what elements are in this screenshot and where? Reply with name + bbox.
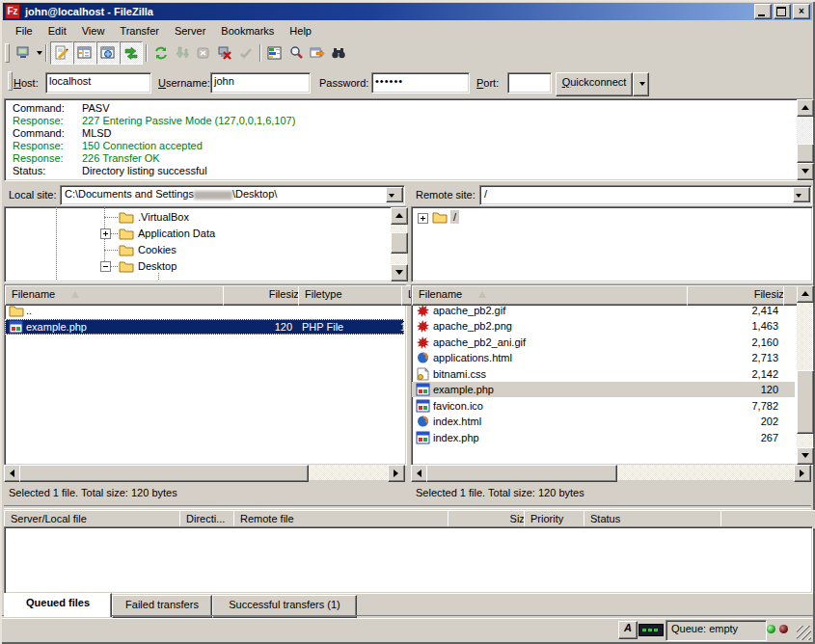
port-input[interactable] [507,72,552,94]
remote-file-list[interactable]: Filename Filesize apache_pb2.gif 2,414 a… [411,284,813,466]
local-path-prefix: C:\Documents and Settings [65,188,194,200]
scroll-down-button[interactable] [391,264,408,282]
resize-grip[interactable] [797,626,811,640]
quickconnect-button[interactable]: Quickconnect [556,72,633,96]
refresh-button[interactable] [150,42,172,64]
toolbar-separator [259,44,261,62]
column-label: Filename [419,288,462,300]
log-scrollbar[interactable] [797,99,812,178]
scroll-down-button[interactable] [797,447,814,465]
remote-site-label: Remote site: [416,189,475,201]
remote-site-combobox[interactable]: / [479,185,812,205]
toggle-message-log-button[interactable] [50,41,73,65]
local-file-row[interactable]: .. [5,303,404,318]
scroll-down-button[interactable] [797,163,814,180]
scrollbar-thumb[interactable] [426,465,617,482]
menu-help[interactable]: Help [282,23,319,39]
site-manager-button[interactable] [13,42,34,64]
redacted-username [194,191,232,200]
menu-edit[interactable]: Edit [41,23,74,39]
remote-file-row[interactable]: bitnami.css 2,142 [412,366,795,382]
username-input[interactable]: john [210,72,311,94]
find-files-button[interactable] [328,42,349,64]
site-manager-dropdown-icon[interactable] [37,51,42,55]
reconnect-button[interactable] [235,42,257,64]
quickconnect-dropdown-button[interactable] [633,72,649,96]
scrollbar-thumb[interactable] [391,232,408,254]
tab-queued-files[interactable]: Queued files [4,593,112,617]
log-label: Command: [13,102,82,114]
log-label: Response: [13,115,82,126]
remote-site-dropdown-button[interactable] [793,187,810,202]
menu-transfer[interactable]: Transfer [112,23,167,39]
local-horizontal-scrollbar[interactable] [4,465,405,480]
filezilla-app-icon: Fz [5,4,20,19]
directory-listing-filters-button[interactable] [264,42,285,64]
file-name: bitnami.css [433,368,486,380]
remote-file-row[interactable]: apache_pb2.png 1,463 [412,318,795,334]
disconnect-button[interactable] [214,42,235,64]
scroll-right-button[interactable] [794,465,811,482]
local-file-row-selected[interactable]: example.php 120 PHP File 1 [5,319,404,335]
username-label: Username: [158,77,210,89]
toolbar-grip[interactable] [5,43,10,63]
scroll-up-button[interactable] [391,207,408,225]
scrollbar-thumb[interactable] [797,144,814,163]
ascii-data-type-icon[interactable]: A [618,621,638,639]
scroll-up-button[interactable] [797,285,814,303]
remote-list-scrollbar[interactable] [797,285,812,463]
password-label: Password: [319,77,368,89]
tree-item-root[interactable]: / [450,210,459,224]
host-input[interactable]: localhost [45,72,151,94]
scrollbar-thumb[interactable] [797,370,814,434]
minimize-button[interactable] [754,4,772,19]
cancel-operation-button[interactable] [193,42,214,64]
toggle-remote-tree-button[interactable] [96,41,120,65]
ico-file-icon [416,399,431,413]
expand-plus-icon[interactable] [100,228,111,239]
synchronized-browsing-button[interactable] [307,42,328,64]
remote-file-row[interactable]: apache_pb2_ani.gif 2,160 [412,335,795,350]
menu-view[interactable]: View [74,23,113,39]
local-directory-tree[interactable]: .VirtualBox Application Data Cookies Des… [4,206,407,282]
queue-list[interactable] [4,526,813,594]
process-queue-button[interactable] [172,42,193,64]
remote-horizontal-scrollbar[interactable] [411,465,811,480]
tree-item-cookies[interactable]: Cookies [138,244,177,255]
tree-item-virtualbox[interactable]: .VirtualBox [138,211,189,223]
menu-bookmarks[interactable]: Bookmarks [213,23,282,39]
tree-item-application-data[interactable]: Application Data [138,228,215,239]
quickconnect-grip[interactable] [8,71,13,91]
remote-file-row[interactable]: applications.html 2,713 [412,350,795,365]
triangle-up-icon [395,213,403,218]
maximize-button[interactable] [774,4,791,19]
local-file-list[interactable]: Filename Filesize Filetype L .. example.… [4,284,407,466]
collapse-minus-icon[interactable] [100,261,111,272]
remote-file-row[interactable]: index.html 202 [412,414,795,429]
scrollbar-thumb[interactable] [19,465,309,482]
speed-limit-indicator-icon[interactable] [638,624,664,636]
remote-file-row-selected[interactable]: example.php 120 [412,382,795,397]
expand-plus-icon[interactable] [418,213,428,224]
folder-icon [9,304,24,317]
tree-item-desktop[interactable]: Desktop [138,260,177,272]
local-site-dropdown-button[interactable] [386,187,403,202]
column-label: Filetype [305,288,342,300]
menu-server[interactable]: Server [167,23,213,39]
local-tree-scrollbar[interactable] [391,207,406,280]
scroll-up-button[interactable] [797,99,814,117]
file-size: 267 [682,432,778,443]
menu-file[interactable]: File [8,23,41,39]
toggle-transfer-queue-button[interactable] [120,41,143,65]
remote-file-row[interactable]: index.php 267 [412,430,795,445]
toggle-local-tree-button[interactable] [73,41,96,65]
remote-file-row[interactable]: favicon.ico 7,782 [412,398,795,414]
cancel-icon [196,45,211,61]
remote-directory-tree[interactable]: / [411,206,813,282]
local-site-combobox[interactable]: C:\Documents and Settings\Desktop\ [60,185,405,205]
scroll-right-button[interactable] [388,465,405,482]
directory-comparison-button[interactable] [285,42,307,64]
password-input[interactable]: •••••• [371,72,470,94]
close-button[interactable]: × [793,4,810,19]
remote-file-row[interactable]: apache_pb2.gif 2,414 [412,303,795,318]
